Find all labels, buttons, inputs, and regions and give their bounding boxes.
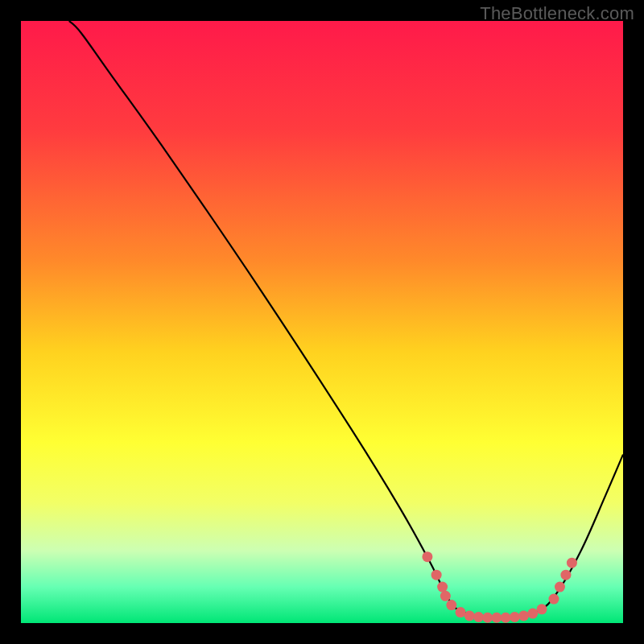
data-marker [440,591,451,601]
data-marker [422,551,432,562]
watermark-text: TheBottleneck.com [480,3,634,24]
data-marker [555,582,565,592]
data-marker [537,604,547,614]
data-marker [482,613,493,623]
chart-background [21,21,623,623]
data-marker [518,611,529,621]
data-marker [567,558,577,568]
data-marker [456,607,466,617]
data-marker [473,612,484,622]
chart-plot-area [21,21,623,623]
data-marker [501,613,511,623]
data-marker [560,570,571,580]
data-marker [510,612,520,622]
data-marker [548,594,559,605]
data-marker [437,582,448,592]
data-marker [446,600,456,610]
data-marker [431,570,442,580]
data-marker [464,611,475,621]
data-marker [491,613,502,623]
chart-svg [21,21,623,623]
data-marker [527,609,538,619]
